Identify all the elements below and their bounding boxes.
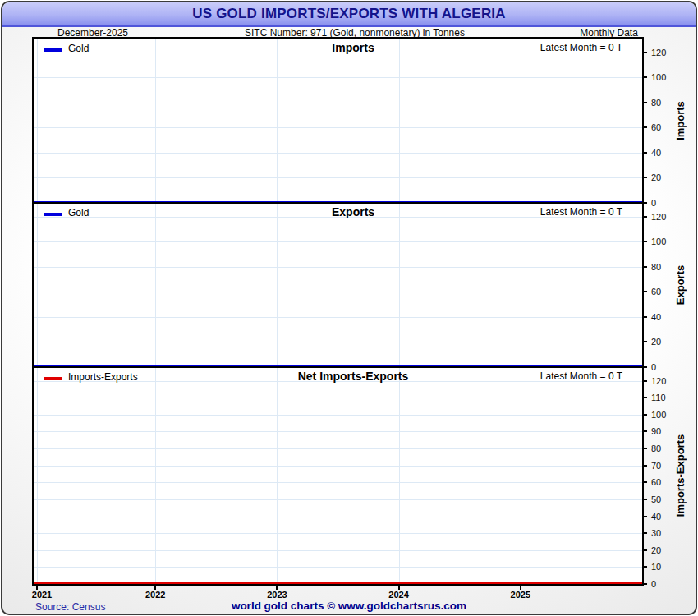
y-axis-tick bbox=[642, 465, 647, 467]
y-gridline bbox=[34, 431, 642, 432]
year-gridline bbox=[37, 39, 38, 584]
y-axis-tick bbox=[642, 414, 647, 416]
y-axis-tick bbox=[642, 549, 647, 551]
y-axis-tick bbox=[642, 397, 647, 398]
y-axis-tick-label: 20 bbox=[651, 337, 661, 347]
y-axis-tick-label: 100 bbox=[651, 72, 666, 82]
y-gridline bbox=[34, 77, 642, 78]
y-axis-title: Imports-Exports bbox=[674, 434, 687, 517]
plot-area: GoldImportsLatest Month = 0 TGoldExports… bbox=[32, 37, 644, 586]
y-axis-tick-label: 0 bbox=[651, 198, 656, 208]
y-axis-tick bbox=[642, 516, 647, 517]
y-axis-tick bbox=[642, 341, 647, 342]
y-axis-tick bbox=[642, 266, 647, 268]
y-axis-tick bbox=[642, 566, 647, 568]
y-axis-tick-label: 20 bbox=[651, 172, 661, 182]
y-axis-tick bbox=[642, 316, 647, 318]
y-gridline bbox=[34, 267, 642, 268]
x-axis-year-label: 2025 bbox=[511, 590, 530, 600]
x-axis-year-label: 2024 bbox=[388, 590, 408, 600]
y-axis-tick bbox=[642, 532, 647, 534]
year-gridline bbox=[277, 39, 278, 584]
y-gridline bbox=[34, 448, 642, 449]
legend-line-swatch bbox=[44, 213, 62, 216]
y-gridline bbox=[34, 317, 642, 318]
y-axis-tick bbox=[642, 481, 647, 483]
y-axis-tick bbox=[642, 499, 647, 500]
y-axis-tick-label: 40 bbox=[651, 512, 661, 522]
y-axis-tick-label: 40 bbox=[651, 312, 661, 322]
y-gridline bbox=[34, 103, 642, 103]
y-axis-tick bbox=[642, 76, 647, 78]
y-axis-tick-label: 100 bbox=[651, 237, 666, 246]
y-axis-tick-label: 40 bbox=[651, 148, 661, 158]
y-axis-tick bbox=[642, 177, 647, 178]
y-axis-tick-label: 80 bbox=[651, 262, 661, 272]
y-axis-tick-label: 70 bbox=[651, 461, 661, 471]
y-axis-tick-label: 60 bbox=[651, 477, 661, 487]
y-gridline bbox=[34, 177, 642, 178]
y-gridline bbox=[34, 292, 642, 292]
legend-line-swatch bbox=[44, 48, 62, 52]
y-axis-tick bbox=[642, 448, 647, 449]
year-gridline bbox=[521, 39, 521, 584]
y-axis-tick bbox=[642, 241, 647, 242]
x-axis-year-label: 2023 bbox=[267, 590, 287, 600]
x-axis-year-label: 2021 bbox=[32, 590, 52, 600]
y-axis-title: Imports bbox=[674, 101, 687, 140]
y-gridline bbox=[34, 415, 642, 416]
legend-label: Imports-Exports bbox=[68, 371, 138, 383]
y-gridline bbox=[34, 153, 642, 154]
y-gridline bbox=[34, 517, 642, 517]
latest-month-annotation: Latest Month = 0 T bbox=[540, 206, 622, 218]
copyright-label: world gold charts © www.goldchartsrus.co… bbox=[2, 600, 696, 612]
y-axis-tick-label: 20 bbox=[651, 545, 661, 555]
y-axis-tick-label: 110 bbox=[651, 393, 666, 402]
y-axis-tick bbox=[642, 52, 647, 53]
y-axis-tick-label: 0 bbox=[651, 579, 656, 589]
y-axis-tick bbox=[642, 583, 647, 585]
y-axis-tick bbox=[642, 126, 647, 128]
y-axis-tick-label: 50 bbox=[651, 494, 661, 504]
panel-separator bbox=[34, 366, 642, 368]
y-axis-tick bbox=[642, 291, 647, 292]
y-axis-tick bbox=[642, 152, 647, 154]
chart-frame: US GOLD IMPORTS/EXPORTS WITH ALGERIA Dec… bbox=[1, 1, 697, 615]
panel-title: Imports bbox=[332, 41, 374, 54]
y-gridline bbox=[34, 533, 642, 534]
latest-month-annotation: Latest Month = 0 T bbox=[540, 42, 622, 53]
y-axis-tick bbox=[642, 216, 647, 218]
title-bar: US GOLD IMPORTS/EXPORTS WITH ALGERIA bbox=[2, 2, 696, 27]
y-axis-tick bbox=[642, 202, 647, 204]
y-axis-tick-label: 100 bbox=[651, 410, 666, 420]
y-axis-tick-label: 60 bbox=[651, 122, 661, 132]
panel-title: Exports bbox=[332, 205, 374, 218]
y-gridline bbox=[34, 482, 642, 483]
y-gridline bbox=[34, 127, 642, 128]
y-gridline bbox=[34, 342, 642, 342]
y-axis-title: Exports bbox=[674, 265, 687, 305]
latest-month-annotation: Latest Month = 0 T bbox=[540, 370, 622, 382]
y-axis-tick-label: 10 bbox=[651, 562, 661, 572]
y-gridline bbox=[34, 567, 642, 568]
page-title: US GOLD IMPORTS/EXPORTS WITH ALGERIA bbox=[192, 6, 506, 22]
legend-label: Gold bbox=[68, 207, 89, 218]
y-axis-tick bbox=[642, 102, 647, 103]
y-axis-tick bbox=[642, 380, 647, 382]
y-gridline bbox=[34, 466, 642, 467]
y-gridline bbox=[34, 241, 642, 242]
legend-label: Gold bbox=[68, 43, 89, 54]
y-axis-tick-label: 120 bbox=[651, 212, 666, 222]
y-axis-tick-label: 120 bbox=[651, 376, 666, 386]
y-axis-tick-label: 80 bbox=[651, 98, 661, 108]
y-axis-tick-label: 30 bbox=[651, 528, 661, 538]
chart-area: GoldImportsLatest Month = 0 TGoldExports… bbox=[32, 37, 644, 586]
y-axis-tick-label: 120 bbox=[651, 48, 666, 57]
x-axis-year-label: 2022 bbox=[145, 590, 165, 600]
y-axis-tick-label: 0 bbox=[651, 362, 656, 372]
y-axis-tick-label: 60 bbox=[651, 287, 661, 297]
y-gridline bbox=[34, 550, 642, 551]
year-gridline bbox=[399, 39, 400, 584]
y-axis-tick bbox=[642, 430, 647, 432]
panel-separator bbox=[34, 202, 642, 204]
